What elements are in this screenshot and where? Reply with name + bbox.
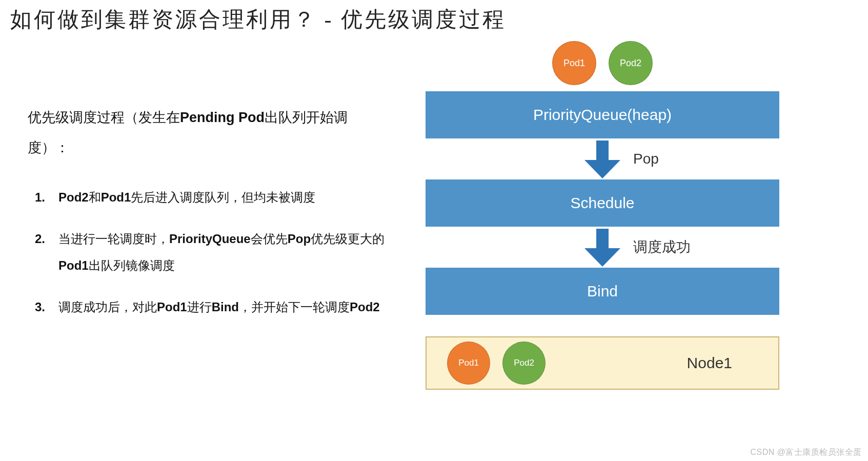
step-2: 当进行一轮调度时，PriorityQueue会优先Pop优先级更大的Pod1出队… [28, 226, 387, 280]
step3-pod2: Pod2 [350, 300, 380, 314]
node1-box: Pod1 Pod2 Node1 [426, 336, 779, 390]
stage-schedule: Schedule [426, 179, 779, 227]
step2-e: 优先级更大的 [311, 232, 385, 246]
step1-pod1: Pod1 [101, 190, 131, 204]
node-pod2-circle: Pod2 [502, 342, 546, 385]
step3-c: 进行 [187, 300, 212, 314]
step2-g: 出队列镜像调度 [89, 258, 175, 272]
arrow-down-icon [584, 229, 620, 267]
stage-priorityqueue: PriorityQueue(heap) [426, 91, 779, 138]
step-1: Pod2和Pod1先后进入调度队列，但均未被调度 [28, 184, 387, 211]
arrow-down-icon [584, 141, 620, 178]
step2-priorityqueue: PriorityQueue [169, 232, 251, 246]
step2-a: 当进行一轮调度时， [58, 232, 169, 246]
step3-a: 调度成功后，对此 [58, 300, 157, 314]
pod2-circle: Pod2 [609, 41, 653, 85]
step3-bind: Bind [212, 300, 239, 314]
step2-pop: Pop [288, 232, 311, 246]
page-title: 如何做到集群资源合理利用？ - 优先级调度过程 [10, 5, 506, 34]
description-column: 优先级调度过程（发生在Pending Pod出队列开始调度）： Pod2和Pod… [28, 103, 387, 335]
stage-bind: Bind [426, 268, 779, 315]
step2-pod1: Pod1 [58, 258, 89, 272]
lead-text: 优先级调度过程（发生在Pending Pod出队列开始调度）： [28, 103, 387, 164]
lead-bold-pending-pod: Pending Pod [180, 110, 265, 125]
top-pod-row: Pod1 Pod2 [426, 41, 779, 85]
step1-and: 和 [89, 190, 101, 204]
step2-c: 会优先 [251, 232, 288, 246]
node-pod1-circle: Pod1 [447, 342, 490, 385]
watermark-text: CSDN @富士康质检员张全蛋 [750, 447, 862, 458]
gap-pop: Pop [426, 138, 779, 179]
node1-label: Node1 [687, 354, 732, 372]
step1-pod2: Pod2 [58, 190, 89, 204]
step3-e: ，并开始下一轮调度 [239, 300, 350, 314]
step-3: 调度成功后，对此Pod1进行Bind，并开始下一轮调度Pod2 [28, 294, 387, 321]
gap-schedule-success: 调度成功 [426, 227, 779, 268]
lead-pre: 优先级调度过程（发生在 [28, 110, 180, 125]
step1-rest: 先后进入调度队列，但均未被调度 [131, 190, 315, 204]
label-schedule-success: 调度成功 [633, 237, 691, 257]
step3-pod1: Pod1 [157, 300, 187, 314]
label-pop: Pop [633, 151, 659, 167]
flow-diagram: Pod1 Pod2 PriorityQueue(heap) Pop Schedu… [426, 41, 779, 390]
pod1-circle: Pod1 [552, 41, 596, 85]
steps-list: Pod2和Pod1先后进入调度队列，但均未被调度 当进行一轮调度时，Priori… [28, 184, 387, 321]
